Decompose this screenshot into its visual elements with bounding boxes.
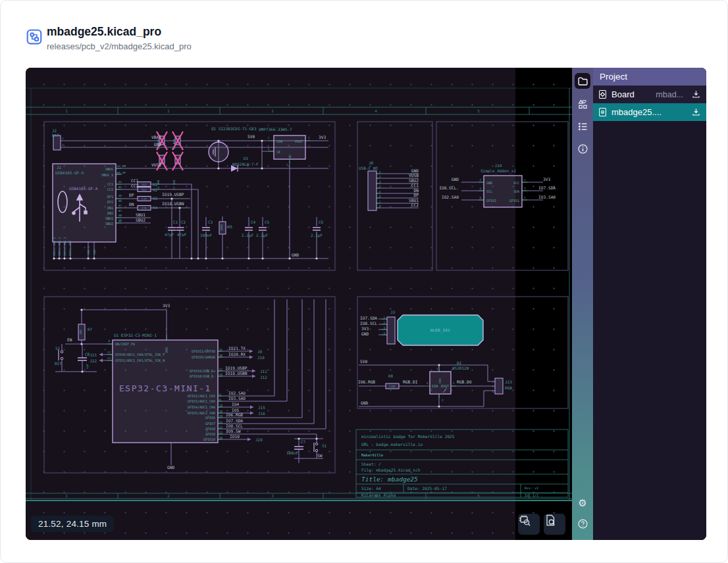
page-title: mbadge25.kicad_pro <box>47 25 161 39</box>
schematic-canvas[interactable]: 1234512345J2BAT12VBATGNDJ4 BATJ6 BATJ5 G… <box>26 68 572 540</box>
svg-text:22: 22 <box>219 426 223 429</box>
svg-text:J3: J3 <box>390 310 396 314</box>
svg-text:IO6.RGB: IO6.RGB <box>226 412 243 417</box>
svg-text:C4: C4 <box>251 220 256 224</box>
svg-text:J2: J2 <box>52 128 57 133</box>
svg-text:IO8.SCL: IO8.SCL <box>226 424 243 428</box>
svg-text:GPIO5/ADC2_CH0: GPIO5/ADC2_CH0 <box>188 411 215 416</box>
svg-text:5k1: 5k1 <box>142 188 147 191</box>
svg-text:U1 ESP32-C3-MINI-1: U1 ESP32-C3-MINI-1 <box>114 333 157 337</box>
svg-text:CC1: CC1 <box>411 183 419 187</box>
help-button[interactable] <box>575 516 590 531</box>
svg-text:C1: C1 <box>173 220 178 224</box>
svg-text:IO3.SA0: IO3.SA0 <box>538 195 556 199</box>
svg-text:VIN: VIN <box>276 139 282 143</box>
svg-text:5: 5 <box>477 109 480 113</box>
svg-text:1: 1 <box>492 380 494 383</box>
svg-text:1: 1 <box>267 136 269 139</box>
svg-text:R4: R4 <box>153 205 158 210</box>
svg-text:1µF: 1µF <box>86 364 89 369</box>
svg-text:File: mbadge25.kicad_sch: File: mbadge25.kicad_sch <box>361 468 421 473</box>
svg-text:Size: A4: Size: A4 <box>361 486 381 491</box>
svg-text:J23: J23 <box>505 379 512 384</box>
settings-button[interactable]: ⚙ <box>575 495 590 510</box>
svg-text:R2: R2 <box>153 187 158 192</box>
svg-text:GND: GND <box>361 331 369 336</box>
svg-text:J1: J1 <box>57 165 62 170</box>
svg-text:J4 BAT: J4 BAT <box>157 139 160 149</box>
svg-text:27E: 27E <box>142 197 147 201</box>
svg-text:CC2: CC2 <box>131 184 138 188</box>
download-icon[interactable] <box>691 107 701 117</box>
svg-text:IO19.USBP: IO19.USBP <box>162 192 184 197</box>
download-icon[interactable] <box>691 89 701 99</box>
svg-text:MakerVille: MakerVille <box>361 453 384 457</box>
svg-text:C7: C7 <box>301 439 306 444</box>
svg-text:5k1: 5k1 <box>142 183 147 186</box>
help-icon <box>577 518 588 529</box>
svg-text:6: 6 <box>219 398 221 401</box>
svg-text:IO21.TX: IO21.TX <box>228 346 246 351</box>
svg-text:IO19.USBP: IO19.USBP <box>225 366 247 370</box>
svg-text:2: 2 <box>167 493 170 498</box>
svg-text:100nF: 100nF <box>200 233 212 237</box>
svg-text:GPIO2/ADC1_CH2: GPIO2/ADC1_CH2 <box>188 394 215 399</box>
svg-text:URL : badge.makerville.io: URL : badge.makerville.io <box>361 442 423 447</box>
svg-text:3: 3 <box>524 187 526 190</box>
panel-item-board[interactable]: Board mbad... <box>593 86 706 103</box>
sidebar-tab-info[interactable] <box>575 141 590 156</box>
svg-text:5: 5 <box>379 190 381 193</box>
zoom-to-page-button[interactable] <box>544 514 565 535</box>
svg-text:J7 GND: J7 GND <box>172 180 176 190</box>
svg-text:3: 3 <box>442 399 444 402</box>
svg-text:DOUT: DOUT <box>441 384 449 388</box>
svg-text:VBUS: VBUS <box>105 167 113 171</box>
svg-text:EN: EN <box>67 337 72 342</box>
svg-text:10k: 10k <box>79 330 82 335</box>
svg-text:C5: C5 <box>265 220 270 224</box>
svg-text:1: 1 <box>379 170 381 174</box>
sidebar-tab-project[interactable] <box>575 73 590 89</box>
svg-text:3: 3 <box>271 493 274 498</box>
sidebar-tab-list[interactable] <box>575 119 590 134</box>
svg-text:Q1 SI2303CDS-T1-GE3: Q1 SI2303CDS-T1-GE3 <box>211 126 257 131</box>
svg-text:27: 27 <box>219 368 223 371</box>
svg-text:SDA: SDA <box>513 189 519 193</box>
svg-text:IO10: IO10 <box>230 434 240 439</box>
panel-item-label: Board <box>611 89 635 99</box>
svg-text:A8: A8 <box>118 214 122 217</box>
svg-text:GPIO7: GPIO7 <box>205 422 215 426</box>
svg-text:RGB.DI: RGB.DI <box>403 379 418 384</box>
zoom-to-page-icon <box>544 514 557 527</box>
cursor-coordinates: 21.52, 24.15 mm <box>31 516 114 532</box>
svg-text:2: 2 <box>492 385 494 388</box>
kicanvas-viewer: 1234512345J2BAT12VBATGNDJ4 BATJ6 BATJ5 G… <box>26 68 706 540</box>
svg-text:GND: GND <box>361 401 368 405</box>
svg-text:IO8.SCL: IO8.SCL <box>360 321 377 326</box>
svg-text:Title: mbadge25: Title: mbadge25 <box>361 476 418 483</box>
svg-text:SCL: SCL <box>486 189 492 193</box>
svg-text:J11: J11 <box>260 369 267 374</box>
svg-text:USB4105-GF-A: USB4105-GF-A <box>69 186 98 191</box>
svg-text:VUSB: VUSB <box>409 173 419 178</box>
rgb-connector-j23 <box>495 378 503 394</box>
svg-text:21: 21 <box>219 420 223 424</box>
svg-text:3: 3 <box>383 326 385 330</box>
svg-text:KiCanvas Alpha: KiCanvas Alpha <box>361 493 396 498</box>
zoom-to-board-icon <box>518 514 531 527</box>
sidebar-tab-symbols[interactable] <box>575 97 590 111</box>
svg-text:30: 30 <box>219 354 223 357</box>
svg-text:VBAT: VBAT <box>151 135 161 139</box>
file-preview-card: mbadge25.kicad_pro releases/pcb_v2/mbadg… <box>0 0 728 563</box>
panel-item-schematic[interactable]: mbadge25.... <box>593 103 706 121</box>
svg-text:1: 1 <box>65 493 68 498</box>
svg-text:B8: B8 <box>118 219 122 222</box>
svg-text:GPIO18/USB_D-: GPIO18/USB_D- <box>190 374 215 379</box>
svg-text:GPIO10: GPIO10 <box>203 437 215 441</box>
svg-text:J10: J10 <box>257 355 265 360</box>
svg-text:GPIO3/ADC1_CH3: GPIO3/ADC1_CH3 <box>188 399 215 404</box>
zoom-to-board-button[interactable] <box>518 514 540 535</box>
svg-text:B5: B5 <box>118 185 122 189</box>
svg-text:12: 12 <box>107 351 111 354</box>
mosfet-q1 <box>209 142 228 162</box>
